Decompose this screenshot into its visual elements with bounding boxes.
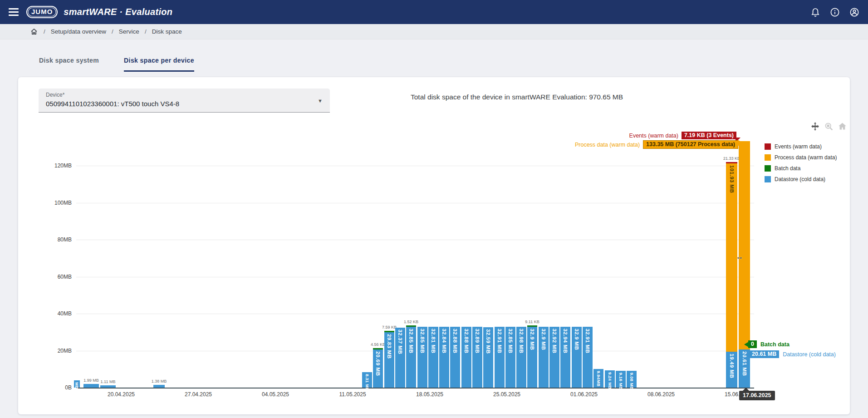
bar-datastore-segment[interactable]: 32.85 MB <box>406 327 416 388</box>
bar-batch-cap[interactable] <box>384 331 394 332</box>
account-icon[interactable] <box>849 7 860 18</box>
bar-value-label: 32.88 MB <box>464 329 469 354</box>
bar-batch-cap[interactable] <box>406 325 416 327</box>
bar-process-segment[interactable] <box>739 141 750 349</box>
process-callout-label: Process data (warm data) <box>575 142 640 148</box>
bar-datastore-segment[interactable]: 32.88 MB <box>450 327 460 388</box>
breadcrumb-separator: / <box>44 28 45 35</box>
bar-datastore-segment[interactable]: 32.85 MB <box>417 327 427 388</box>
y-axis-tick-label: 120MB <box>44 162 72 169</box>
bar-value-label: 32.9 MB <box>530 329 535 350</box>
bar-datastore-segment[interactable]: 32.9 MB <box>527 327 537 388</box>
legend-item[interactable]: Batch data <box>765 165 837 172</box>
bar-datastore-segment[interactable]: 32.94 MB <box>560 327 570 388</box>
bar-batch-cap[interactable] <box>373 348 383 349</box>
batch-callout-value: 0 <box>748 340 757 348</box>
legend-swatch <box>765 154 771 161</box>
bar-events-cap[interactable] <box>726 162 737 163</box>
info-icon[interactable] <box>829 7 840 18</box>
bar-datastore-segment[interactable]: 32.9 MB <box>539 327 549 388</box>
jumo-logo: JUMO <box>26 6 58 18</box>
breadcrumb-item-disk-space[interactable]: Disk space <box>152 28 182 35</box>
y-axis-tick-label: 40MB <box>44 310 72 317</box>
device-select[interactable]: Device* 0509941101023360001: vT500 touch… <box>39 89 330 113</box>
pan-icon[interactable] <box>810 122 820 131</box>
breadcrumb-item-service[interactable]: Service <box>119 28 139 35</box>
bar-value-label: 32.84 MB <box>441 329 447 354</box>
legend-label: Datastore (cold data) <box>775 176 825 182</box>
bar-datastore-segment[interactable]: 19.49 MB <box>726 352 737 388</box>
bar-value-label: 32.9 MB <box>541 329 546 350</box>
bar-datastore-segment[interactable]: 32.88 MB <box>461 327 471 388</box>
chart-legend: Events (warm data)Process data (warm dat… <box>765 143 837 187</box>
bar-datastore-segment[interactable]: 32.9 MB <box>572 327 582 388</box>
bar-datastore-segment[interactable] <box>100 385 116 388</box>
chart-toolbar <box>810 122 847 131</box>
legend-swatch <box>765 165 771 172</box>
bar-value-label: 9.08 MB <box>629 373 634 389</box>
bar-datastore-segment[interactable]: 32.89 MB <box>472 327 482 388</box>
bar-top-label: 4.56 KB <box>371 342 385 347</box>
legend-swatch <box>765 176 771 182</box>
chevron-down-icon[interactable]: ▼ <box>318 98 323 103</box>
bar-value-label: 9.24 MB <box>608 372 613 389</box>
bar-datastore-segment[interactable]: 32.91 MB <box>583 327 593 388</box>
legend-swatch <box>765 143 771 150</box>
app-header: JUMO smartWARE · Evaluation <box>0 0 868 24</box>
breadcrumb-separator: / <box>145 28 147 35</box>
home-icon[interactable] <box>30 28 38 36</box>
tab-disk-space-per-device[interactable]: Disk space per device <box>124 57 194 72</box>
bar-datastore-segment[interactable]: 9.24 MB <box>605 370 615 388</box>
breadcrumb-item-setup[interactable]: Setup/data overview <box>51 28 106 35</box>
legend-item[interactable]: Datastore (cold data) <box>765 176 837 182</box>
x-axis-line <box>76 388 754 388</box>
device-select-value: 0509941101023360001: vT500 touch VS4-8 <box>46 100 179 108</box>
bar-datastore-segment[interactable]: MB <box>74 380 80 388</box>
resize-cursor-icon: ↔ <box>736 253 743 261</box>
bar-datastore-segment[interactable]: 32.98 MB <box>516 327 526 388</box>
x-axis-tick-label: 01.06.2025 <box>570 391 598 398</box>
legend-item[interactable]: Events (warm data) <box>765 143 837 150</box>
bar-value-label: 32.92 MB <box>552 329 557 354</box>
bar-datastore-segment[interactable]: 32.92 MB <box>549 327 559 388</box>
bar-datastore-segment[interactable]: 8.31 MB <box>362 372 372 388</box>
bar-datastore-segment[interactable]: 9.94MB <box>593 369 603 388</box>
bar-datastore-segment[interactable]: 20.69 MB <box>373 349 383 388</box>
tab-bar: Disk space system Disk space per device <box>39 57 194 72</box>
bar-datastore-segment[interactable]: 29.83 MB <box>384 332 394 388</box>
bar-value-label: 32.98 MB <box>519 329 524 354</box>
menu-icon[interactable] <box>9 8 19 16</box>
x-axis-tick-label: 08.06.2025 <box>647 391 675 398</box>
events-callout-label: Events (warm data) <box>629 133 678 139</box>
bar-datastore-segment[interactable]: 32.59 MB <box>483 327 493 388</box>
bar-value-label: MB <box>74 382 79 389</box>
bar-value-label: 32.89 MB <box>475 329 480 354</box>
bar-value-label: 19.49 MB <box>729 354 735 379</box>
y-axis-tick-label: 100MB <box>44 200 72 206</box>
gridline <box>76 166 754 166</box>
breadcrumb: / Setup/data overview / Service / Disk s… <box>0 24 868 39</box>
legend-label: Process data (warm data) <box>775 154 837 161</box>
legend-item[interactable]: Process data (warm data) <box>765 154 837 161</box>
bar-batch-cap[interactable] <box>527 325 537 327</box>
reset-home-icon[interactable] <box>838 122 847 131</box>
bar-value-label: 32.91 MB <box>585 329 590 354</box>
zoom-box-icon[interactable] <box>824 122 834 131</box>
bar-datastore-segment[interactable]: 32.84 MB <box>439 327 449 388</box>
bar-datastore-segment[interactable]: 9.08 MB <box>627 371 637 388</box>
notifications-bell-icon[interactable] <box>810 7 821 18</box>
bar-value-label: 32.85 MB <box>408 329 414 354</box>
bar-datastore-segment[interactable]: 32.85 MB <box>505 327 515 388</box>
batch-callout: 0 Batch data <box>748 340 790 348</box>
bar-datastore-segment[interactable]: 32.91 MB <box>495 327 505 388</box>
bar-datastore-segment[interactable]: 9.16 MB <box>616 371 626 388</box>
process-callout-value: 133.35 MB (750127 Process data) <box>643 140 738 149</box>
tab-disk-space-system[interactable]: Disk space system <box>39 57 99 72</box>
datastore-callout-label: Datastore (cold data) <box>783 351 836 358</box>
bar-datastore-segment[interactable] <box>153 385 165 388</box>
bar-datastore-segment[interactable]: 32.37 MB <box>395 328 405 388</box>
bar-datastore-segment[interactable] <box>83 384 99 388</box>
bar-datastore-segment[interactable]: 32.81 MB <box>428 327 438 388</box>
bar-value-label: 32.94 MB <box>563 329 568 354</box>
bar-value-label: 32.81 MB <box>431 329 436 354</box>
